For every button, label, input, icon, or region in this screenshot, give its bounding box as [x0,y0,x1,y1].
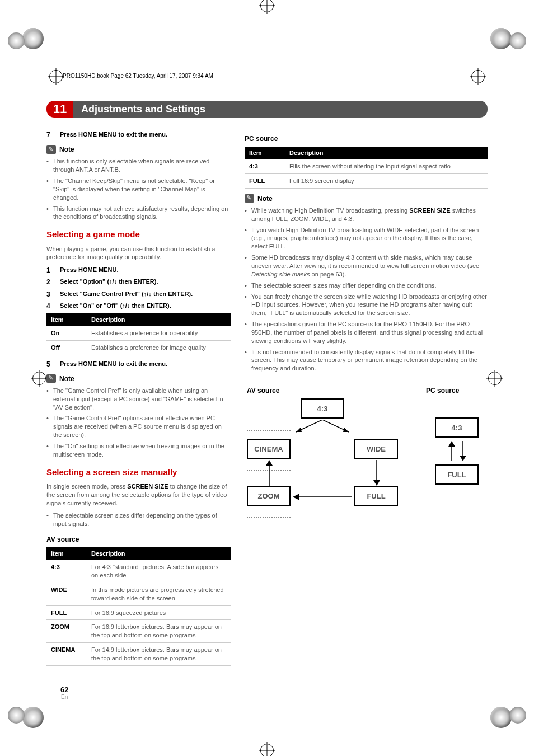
pc-diagram: PC source 4:3 FULL [426,379,488,513]
svg-marker-7 [373,480,380,486]
crosshair-icon [31,370,48,387]
note-item: While watching High Definition TV broadc… [245,206,488,223]
page-number: 62 En [60,685,68,700]
table-row: CINEMA For 14:9 letterbox pictures. Bars… [46,643,231,666]
step-2: 2 Select "Option" (↑/↓ then ENTER). [46,278,231,287]
updown-arrows-icon [446,441,469,461]
registration-mark-icon [490,28,512,49]
note-list: The "Game Control Pref" is only availabl… [46,387,231,459]
registration-mark-icon [8,707,25,724]
table-row: 4:3 For 4:3 "standard" pictures. A side … [46,560,231,583]
svg-marker-11 [448,441,455,447]
table-row: FULL Full 16:9 screen display [245,173,488,188]
svg-marker-5 [266,460,273,466]
table-row: 4:3 Fills the screen without altering th… [245,159,488,173]
right-column: PC source Item Description 4:3 Fills the… [245,128,488,670]
chapter-header: 11 Adjustments and Settings [52,101,488,118]
header-meta: PRO1150HD.book Page 62 Tuesday, April 17… [63,73,213,79]
box-cinema: CINEMA [247,439,291,459]
registration-mark-icon [22,707,44,728]
note-item: Some HD broadcasts may display 4:3 conte… [245,253,488,279]
pencil-icon [46,374,56,383]
table-row: FULL For 16:9 squeezed pictures [46,605,231,620]
crosshair-icon [486,370,503,387]
note-header: Note [46,145,231,154]
note-header: Note [245,194,488,203]
section-screen-size: Selecting a screen size manually [46,467,231,478]
page-content: 11 Adjustments and Settings 7 Press HOME… [46,101,488,700]
box-zoom: ZOOM [247,486,291,506]
svg-marker-13 [460,456,466,461]
section-game-mode: Selecting a game mode [46,229,231,240]
note-header: Note [46,374,231,383]
av-source-heading: AV source [46,535,231,544]
split-arrow-icon [291,420,354,434]
crosshair-icon [470,68,486,85]
game-mode-intro: When playing a game, you can use this fu… [46,245,231,262]
box-4-3: 4:3 [301,398,344,419]
up-arrow-icon [264,460,275,486]
pc-source-heading: PC source [245,134,488,143]
dotted-line [247,430,291,431]
note-list: This function is only selectable when si… [46,157,231,221]
box-full: FULL [435,464,479,485]
crosshair-icon [259,0,275,14]
box-wide: WIDE [354,439,398,459]
step-3: 3 Select "Game Control Pref" (↑/↓ then E… [46,290,231,299]
table-row: On Establishes a preference for operabil… [46,326,231,340]
dotted-line [247,517,291,518]
registration-mark-icon [509,707,526,724]
diagram-row: AV source 4:3 CINEMA WIDE [245,379,488,550]
registration-mark-icon [8,32,25,49]
crosshair-icon [259,742,275,756]
pencil-icon [46,145,56,154]
table-row: ZOOM For 16:9 letterbox pictures. Bars m… [46,620,231,643]
table-av-source: Item Description 4:3 For 4:3 "standard" … [46,547,231,665]
table-game-pref: Item Description On Establishes a prefer… [46,313,231,355]
pencil-icon [245,194,254,203]
screen-size-bullet: The selectable screen sizes differ depen… [46,511,231,528]
table-row: WIDE In this mode pictures are progressi… [46,583,231,605]
box-4-3: 4:3 [435,417,479,438]
screen-size-intro: In single-screen mode, press SCREEN SIZE… [46,482,231,508]
step-7: 7 Press HOME MENU to exit the menu. [46,130,231,139]
chapter-title: Adjustments and Settings [73,101,488,118]
step-1: 1 Press HOME MENU. [46,266,231,275]
crosshair-icon [48,68,64,85]
registration-mark-icon [509,32,526,49]
registration-mark-icon [22,28,44,49]
svg-marker-9 [293,494,299,500]
box-full: FULL [354,486,398,506]
chapter-number: 11 [46,101,73,118]
step-5: 5 Press HOME MENU to exit the menu. [46,360,231,369]
svg-marker-1 [296,428,302,432]
down-arrow-icon [371,460,382,486]
step-4: 4 Select "On" or "Off" (↑/↓ then ENTER). [46,302,231,311]
av-diagram: AV source 4:3 CINEMA WIDE [247,379,398,550]
table-row: Off Establishes a preference for image q… [46,340,231,355]
svg-marker-3 [343,428,349,432]
left-column: 7 Press HOME MENU to exit the menu. Note… [46,128,231,670]
registration-mark-icon [490,707,512,728]
left-arrow-icon [293,492,352,501]
note-list: While watching High Definition TV broadc… [245,206,488,373]
table-pc-source: Item Description 4:3 Fills the screen wi… [245,147,488,189]
